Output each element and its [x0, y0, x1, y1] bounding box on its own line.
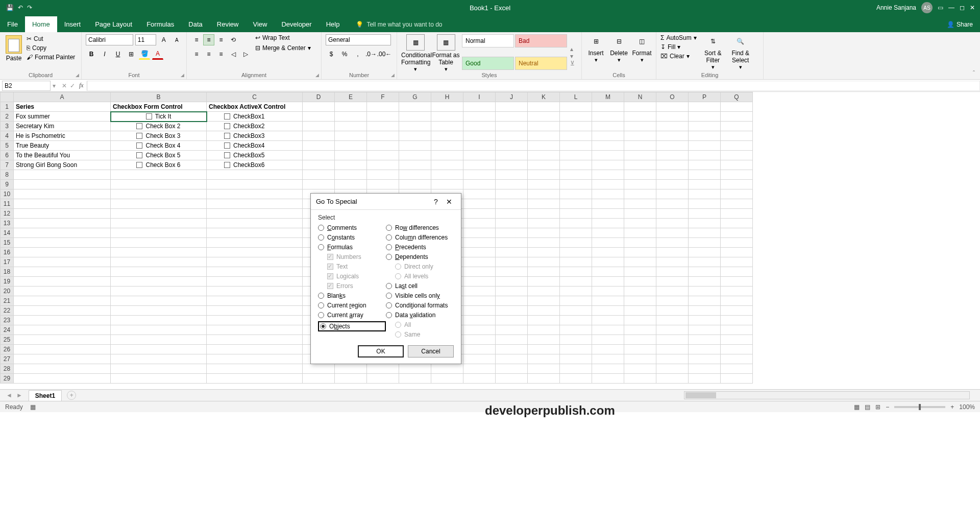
cell[interactable]: [399, 141, 431, 151]
row-header[interactable]: 8: [1, 170, 14, 180]
cell[interactable]: [656, 335, 689, 345]
align-top-icon[interactable]: ≡: [191, 34, 202, 45]
cell[interactable]: [689, 131, 721, 141]
cell[interactable]: [111, 364, 207, 374]
cell[interactable]: [560, 122, 592, 131]
cell[interactable]: [528, 364, 560, 374]
tab-developer[interactable]: Developer: [274, 16, 318, 32]
cell[interactable]: [207, 267, 303, 277]
cell[interactable]: [528, 219, 560, 228]
cell[interactable]: [592, 131, 624, 141]
cell[interactable]: [111, 248, 207, 257]
cell[interactable]: [721, 287, 753, 296]
cell[interactable]: [689, 374, 721, 384]
cell[interactable]: [689, 306, 721, 316]
cell[interactable]: [560, 160, 592, 170]
cell[interactable]: [111, 287, 207, 296]
cell[interactable]: [111, 209, 207, 219]
style-bad[interactable]: Bad: [515, 34, 567, 47]
cell[interactable]: [14, 364, 111, 374]
cell[interactable]: [656, 151, 689, 160]
cell[interactable]: [689, 354, 721, 364]
style-neutral[interactable]: Neutral: [515, 57, 567, 70]
cell[interactable]: [367, 131, 399, 141]
row-header[interactable]: 11: [1, 199, 14, 209]
cell[interactable]: [592, 325, 624, 335]
cell[interactable]: [592, 160, 624, 170]
cell[interactable]: CheckBox3: [207, 131, 303, 141]
italic-button[interactable]: I: [99, 49, 110, 60]
cell[interactable]: [592, 170, 624, 180]
col-header[interactable]: E: [335, 92, 367, 102]
cell[interactable]: [528, 335, 560, 345]
row-header[interactable]: 6: [1, 151, 14, 160]
cell[interactable]: [656, 122, 689, 131]
cell[interactable]: [528, 112, 560, 122]
radio-current-region[interactable]: Current region: [318, 302, 386, 309]
cell[interactable]: [463, 131, 496, 141]
cell[interactable]: [560, 345, 592, 354]
cell[interactable]: [303, 180, 335, 189]
cell[interactable]: [624, 141, 656, 151]
cell[interactable]: True Beauty: [14, 141, 111, 151]
cell[interactable]: [14, 248, 111, 257]
cell[interactable]: [624, 325, 656, 335]
cell[interactable]: [624, 238, 656, 248]
col-header[interactable]: Q: [721, 92, 753, 102]
cell[interactable]: [335, 374, 367, 384]
cell[interactable]: [721, 364, 753, 374]
cell[interactable]: [367, 151, 399, 160]
cell[interactable]: [624, 209, 656, 219]
cell[interactable]: [528, 257, 560, 267]
format-painter-button[interactable]: 🖌Format Painter: [27, 54, 75, 61]
cell[interactable]: [111, 345, 207, 354]
cell[interactable]: [431, 170, 463, 180]
cell[interactable]: [431, 122, 463, 131]
cell[interactable]: [592, 238, 624, 248]
cell[interactable]: [721, 180, 753, 189]
minimize-icon[interactable]: —: [948, 4, 954, 11]
cell[interactable]: [528, 248, 560, 257]
row-header[interactable]: 16: [1, 248, 14, 257]
cell[interactable]: [560, 335, 592, 345]
radio-last-cell[interactable]: Last cell: [386, 282, 454, 290]
col-header[interactable]: J: [496, 92, 528, 102]
cell[interactable]: [528, 141, 560, 151]
cell[interactable]: [560, 267, 592, 277]
cell[interactable]: [303, 102, 335, 112]
cell[interactable]: [496, 102, 528, 112]
cell[interactable]: [496, 209, 528, 219]
cell[interactable]: [656, 180, 689, 189]
cell[interactable]: [656, 325, 689, 335]
cell[interactable]: [463, 219, 496, 228]
cell[interactable]: [463, 248, 496, 257]
style-normal[interactable]: Normal: [462, 34, 514, 47]
maximize-icon[interactable]: ◻: [960, 4, 965, 11]
cell[interactable]: [560, 131, 592, 141]
cell[interactable]: [624, 131, 656, 141]
cell[interactable]: [463, 170, 496, 180]
zoom-in-icon[interactable]: +: [950, 403, 954, 411]
checkbox-icon[interactable]: [146, 113, 152, 120]
tab-review[interactable]: Review: [210, 16, 246, 32]
checkbox-icon[interactable]: [136, 123, 142, 129]
cell[interactable]: [496, 131, 528, 141]
cell[interactable]: [592, 219, 624, 228]
cell[interactable]: [463, 228, 496, 238]
cell[interactable]: [463, 238, 496, 248]
cell[interactable]: [624, 335, 656, 345]
cell[interactable]: [14, 180, 111, 189]
cell[interactable]: [592, 228, 624, 238]
cancel-formula-icon[interactable]: ✕: [62, 82, 67, 89]
cell[interactable]: [592, 189, 624, 199]
cell[interactable]: [431, 160, 463, 170]
cell[interactable]: [463, 102, 496, 112]
col-header[interactable]: C: [207, 92, 303, 102]
cell[interactable]: [496, 374, 528, 384]
cell[interactable]: [207, 374, 303, 384]
align-center-icon[interactable]: ≡: [203, 49, 214, 60]
fx-icon[interactable]: fx: [79, 82, 84, 89]
cell[interactable]: [721, 325, 753, 335]
cell[interactable]: [431, 374, 463, 384]
cell[interactable]: [592, 335, 624, 345]
